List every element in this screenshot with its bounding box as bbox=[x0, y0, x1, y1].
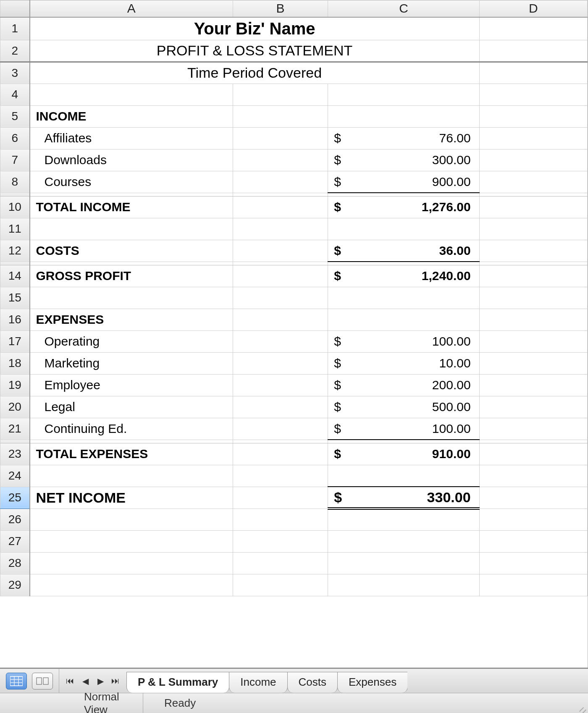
row-header-10[interactable]: 10 bbox=[0, 196, 30, 218]
cell-income-0-label[interactable]: Affiliates bbox=[30, 127, 233, 149]
cell-D10[interactable] bbox=[479, 196, 587, 218]
total-income-amount: 1,276.00 bbox=[422, 200, 471, 214]
row-header-20[interactable]: 20 bbox=[0, 396, 30, 418]
cell-income-1-label[interactable]: Downloads bbox=[30, 149, 233, 171]
cell-B7[interactable] bbox=[233, 149, 328, 171]
row-header-15[interactable]: 15 bbox=[0, 287, 30, 309]
currency-symbol: $ bbox=[334, 200, 341, 214]
col-header-B[interactable]: B bbox=[233, 0, 328, 17]
row-header-2[interactable]: 2 bbox=[0, 40, 30, 62]
row-header-26[interactable]: 26 bbox=[0, 509, 30, 530]
tab-income[interactable]: Income bbox=[229, 672, 287, 693]
tab-expenses[interactable]: Expenses bbox=[337, 672, 407, 693]
tab-costs[interactable]: Costs bbox=[287, 672, 338, 693]
cell-total-income-amount[interactable]: $1,276.00 bbox=[328, 196, 479, 218]
income-item-amount: 300.00 bbox=[432, 153, 471, 167]
sheet-grid[interactable]: A B C D 1 Your Biz' Name bbox=[0, 0, 588, 668]
first-sheet-button[interactable]: ⏮ bbox=[63, 673, 77, 689]
row-header-13[interactable] bbox=[0, 262, 30, 265]
sheet-tabs: P & L Summary Income Costs Expenses bbox=[126, 669, 407, 693]
row-header-22[interactable] bbox=[0, 440, 30, 443]
col-header-C[interactable]: C bbox=[328, 0, 479, 17]
spreadsheet-app: A B C D 1 Your Biz' Name bbox=[0, 0, 588, 713]
row-14: 14 GROSS PROFIT $1,240.00 bbox=[0, 265, 588, 287]
row-header-1[interactable]: 1 bbox=[0, 17, 30, 40]
row-header-28[interactable]: 28 bbox=[0, 552, 30, 574]
row-header-29[interactable]: 29 bbox=[0, 574, 30, 596]
cell-B5[interactable] bbox=[233, 105, 328, 127]
cell-B10[interactable] bbox=[233, 196, 328, 218]
row-3: 3 Time Period Covered bbox=[0, 62, 588, 84]
last-sheet-button[interactable]: ⏭ bbox=[109, 673, 122, 689]
cell-D8[interactable] bbox=[479, 171, 587, 193]
period-text: Time Period Covered bbox=[30, 63, 479, 84]
expense-item-label: Legal bbox=[30, 396, 233, 418]
cell-gross-profit-label[interactable]: GROSS PROFIT bbox=[30, 265, 233, 287]
row-header-11[interactable]: 11 bbox=[0, 218, 30, 240]
prev-sheet-button[interactable]: ◀ bbox=[79, 673, 92, 689]
cell-D4[interactable] bbox=[479, 84, 587, 105]
col-header-A[interactable]: A bbox=[30, 0, 233, 17]
cell-income-2-label[interactable]: Courses bbox=[30, 171, 233, 193]
row-header-18[interactable]: 18 bbox=[0, 352, 30, 374]
cell-total-income-label[interactable]: TOTAL INCOME bbox=[30, 196, 233, 218]
row-header-5[interactable]: 5 bbox=[0, 105, 30, 127]
row-header-16[interactable]: 16 bbox=[0, 309, 30, 330]
currency-symbol: $ bbox=[334, 378, 341, 392]
row-header-3[interactable]: 3 bbox=[0, 62, 30, 84]
cell-D6[interactable] bbox=[479, 127, 587, 149]
cell-gross-profit-amount[interactable]: $1,240.00 bbox=[328, 265, 479, 287]
select-all-corner[interactable] bbox=[0, 0, 30, 17]
cell-D5[interactable] bbox=[479, 105, 587, 127]
col-header-D[interactable]: D bbox=[479, 0, 587, 17]
row-header-21[interactable]: 21 bbox=[0, 418, 30, 440]
cell-B4[interactable] bbox=[233, 84, 328, 105]
cell-income-1-amount[interactable]: $300.00 bbox=[328, 149, 479, 171]
cell-net-income-amount[interactable]: $330.00 bbox=[328, 487, 479, 509]
row-header-6[interactable]: 6 bbox=[0, 127, 30, 149]
row-header-27[interactable]: 27 bbox=[0, 530, 30, 552]
cell-income-label[interactable]: INCOME bbox=[30, 105, 233, 127]
row-header-7[interactable]: 7 bbox=[0, 149, 30, 171]
cell-D3[interactable] bbox=[479, 62, 587, 84]
cell-period[interactable]: Time Period Covered bbox=[30, 62, 480, 84]
resize-grip-icon[interactable] bbox=[571, 695, 588, 712]
cell-D2[interactable] bbox=[479, 40, 587, 62]
row-header-9[interactable] bbox=[0, 193, 30, 196]
cell-D1[interactable] bbox=[479, 17, 587, 40]
row-header-24[interactable]: 24 bbox=[0, 465, 30, 487]
cell-D7[interactable] bbox=[479, 149, 587, 171]
row-header-25[interactable]: 25 bbox=[0, 487, 30, 509]
cell-title[interactable]: Your Biz' Name bbox=[30, 17, 480, 40]
cell-B6[interactable] bbox=[233, 127, 328, 149]
cell-subtitle[interactable]: PROFIT & LOSS STATEMENT bbox=[30, 40, 480, 62]
expenses-header: EXPENSES bbox=[30, 309, 233, 330]
total-expenses-amount: 910.00 bbox=[432, 447, 471, 461]
currency-symbol: $ bbox=[334, 400, 341, 414]
row-header-8[interactable]: 8 bbox=[0, 171, 30, 193]
row-header-12[interactable]: 12 bbox=[0, 240, 30, 262]
cell-expenses-label[interactable]: EXPENSES bbox=[30, 309, 233, 330]
cell-C4[interactable] bbox=[328, 84, 479, 105]
row-header-4[interactable]: 4 bbox=[0, 84, 30, 105]
next-sheet-button[interactable]: ▶ bbox=[94, 673, 107, 689]
status-bar: Normal View Ready bbox=[0, 693, 588, 713]
cell-costs-label[interactable]: COSTS bbox=[30, 240, 233, 262]
row-header-14[interactable]: 14 bbox=[0, 265, 30, 287]
cell-costs-amount[interactable]: $36.00 bbox=[328, 240, 479, 262]
page-layout-view-button[interactable] bbox=[32, 673, 53, 689]
cell-income-2-amount[interactable]: $900.00 bbox=[328, 171, 479, 193]
cell-income-0-amount[interactable]: $76.00 bbox=[328, 127, 479, 149]
cell-C5[interactable] bbox=[328, 105, 479, 127]
row-header-19[interactable]: 19 bbox=[0, 374, 30, 396]
row-7: 7 Downloads $300.00 bbox=[0, 149, 588, 171]
row-header-17[interactable]: 17 bbox=[0, 330, 30, 352]
row-13-hidden bbox=[0, 262, 588, 265]
normal-view-button[interactable] bbox=[6, 673, 27, 689]
tab-pl-summary[interactable]: P & L Summary bbox=[126, 672, 229, 693]
cell-B8[interactable] bbox=[233, 171, 328, 193]
row-8: 8 Courses $900.00 bbox=[0, 171, 588, 193]
cell-A4[interactable] bbox=[30, 84, 233, 105]
row-header-23[interactable]: 23 bbox=[0, 443, 30, 465]
expense-item-amount: 10.00 bbox=[439, 356, 471, 370]
